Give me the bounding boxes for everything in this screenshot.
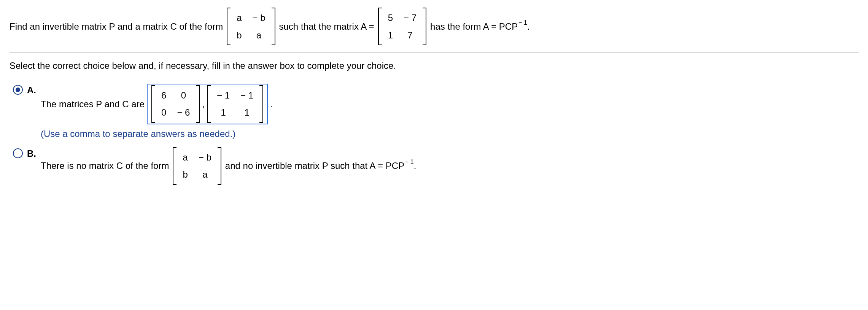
choice-b: B. There is no matrix C of the form a− b…: [13, 147, 858, 188]
instruction-text: Select the correct choice below and, if …: [10, 59, 858, 72]
q-text-1: Find an invertible matrix P and a matrix…: [10, 20, 223, 33]
choice-b-letter: B.: [27, 147, 41, 160]
choice-b-text-2: and no invertible matrix P such that A =…: [225, 159, 417, 172]
choice-a-letter: A.: [27, 84, 41, 97]
choices: A. The matrices P and C are 60 0− 6 , − …: [10, 84, 858, 188]
answer-separator: ,: [202, 98, 205, 111]
answer-input-box[interactable]: 60 0− 6 , − 1− 1 11: [147, 84, 268, 124]
answer-matrix-p: 60 0− 6: [151, 85, 200, 123]
choice-b-matrix: a− b ba: [173, 147, 221, 185]
choice-a-text-1: The matrices P and C are: [41, 98, 145, 111]
q-text-3: has the form A = PCP− 1.: [430, 20, 529, 33]
matrix-c-form: a− b ba: [227, 8, 275, 45]
question-text: Find an invertible matrix P and a matrix…: [10, 8, 858, 45]
answer-matrix-c: − 1− 1 11: [207, 85, 263, 123]
radio-b[interactable]: [13, 148, 23, 158]
choice-a-text-2: .: [270, 98, 273, 111]
divider: [10, 52, 858, 52]
choice-a-hint: (Use a comma to separate answers as need…: [41, 127, 858, 140]
q-text-2: such that the matrix A =: [279, 20, 374, 33]
matrix-a: 5− 7 17: [378, 8, 426, 45]
choice-b-text-1: There is no matrix C of the form: [41, 159, 169, 172]
choice-a: A. The matrices P and C are 60 0− 6 , − …: [13, 84, 858, 140]
radio-a[interactable]: [13, 85, 23, 95]
